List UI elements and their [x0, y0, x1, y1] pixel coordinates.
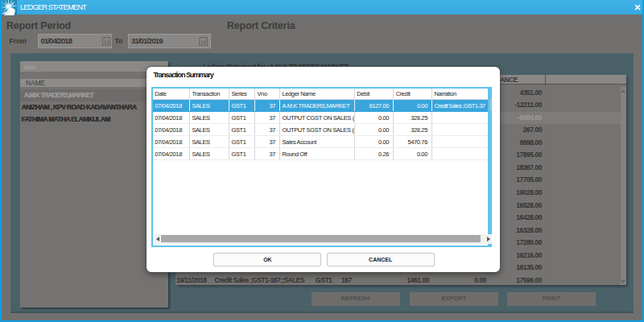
svg-text:14: 14 — [200, 39, 207, 45]
svg-text:14: 14 — [103, 39, 109, 45]
